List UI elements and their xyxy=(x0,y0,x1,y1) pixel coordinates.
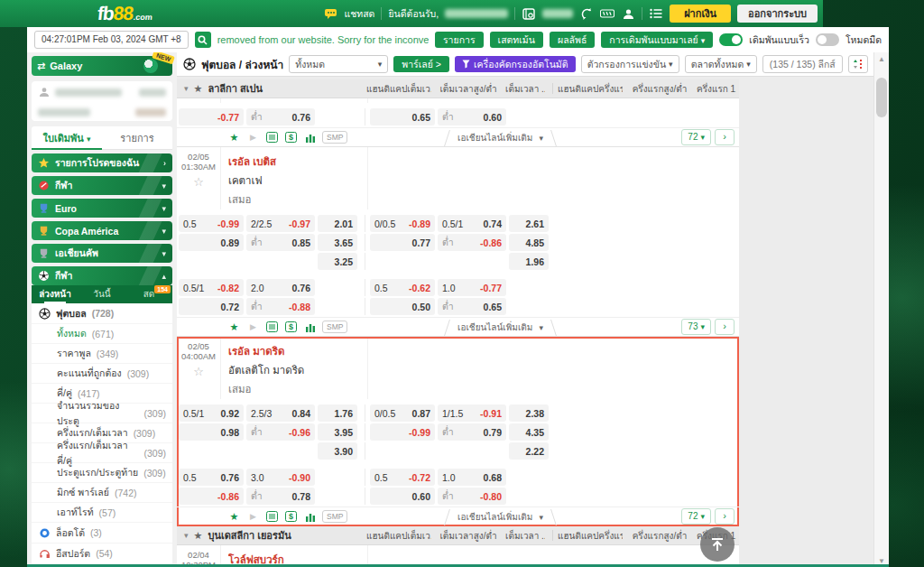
odds-cell[interactable]: 0/0.5-0.89 xyxy=(370,215,435,232)
asian-lines-more-button[interactable]: เอเชียนไลน์เพิ่มเติม xyxy=(443,318,558,336)
sidebar-item-sport[interactable]: อีสปอร์ต(54) xyxy=(32,544,172,564)
odds-cell[interactable]: ต่ำ0.76 xyxy=(246,108,315,125)
sidebar-item-sport[interactable]: ล็อตโต้(3) xyxy=(32,523,172,544)
bet-type-dropdown[interactable]: การเดิมพันแบบมาเลย์ xyxy=(601,32,713,48)
1x2-odds-cell[interactable]: 4.85 xyxy=(509,234,549,251)
odds-cell[interactable]: 0.5/1-0.82 xyxy=(179,279,244,296)
sidebar-item-market[interactable]: จำนวนรวมของประตู(309) xyxy=(32,404,172,423)
sidebar-menu-euro[interactable]: Euro▾ xyxy=(32,199,172,218)
odds-cell[interactable]: ต่ำ0.85 xyxy=(246,234,315,251)
league-star-icon[interactable]: ★ xyxy=(194,530,203,542)
1x2-odds-cell[interactable]: 3.65 xyxy=(318,234,357,251)
next-arrow-button[interactable]: › xyxy=(715,319,735,335)
1x2-odds-cell[interactable]: 1.76 xyxy=(318,404,357,422)
odds-cell[interactable]: 2.5/30.84 xyxy=(246,404,315,422)
sidebar-menu-item-5[interactable]: กีฬา▴ xyxy=(32,266,172,285)
1x2-odds-cell[interactable]: 3.95 xyxy=(318,423,357,441)
parlay-button[interactable]: พาร์เลย์ > xyxy=(393,56,449,72)
1x2-odds-cell[interactable]: 2.61 xyxy=(509,215,549,232)
odds-cell[interactable]: 0.65 xyxy=(370,108,435,125)
asian-lines-more-button[interactable]: เอเชียนไลน์เพิ่มเติม xyxy=(443,507,558,525)
favorite-star-icon[interactable]: ★ xyxy=(227,131,241,144)
sort-icon[interactable] xyxy=(848,55,868,73)
1x2-odds-cell[interactable]: 3.90 xyxy=(318,442,357,460)
account-icon[interactable] xyxy=(621,6,635,21)
deposit-button[interactable]: ฝากเงิน xyxy=(670,5,731,23)
odds-cell[interactable]: 2/2.5-0.97 xyxy=(246,215,315,232)
1x2-odds-cell[interactable]: 2.22 xyxy=(509,442,549,460)
odds-cell[interactable]: 0.50 xyxy=(370,298,435,315)
subtab-early[interactable]: ล่วงหน้า xyxy=(32,285,79,303)
auto-filter-button[interactable]: เครื่องคัดกรองอัตโนมัติ xyxy=(455,56,576,72)
betlist-icon[interactable] xyxy=(649,6,663,21)
cash-out-icon[interactable]: $ xyxy=(284,510,298,524)
odds-cell[interactable]: 0.60 xyxy=(370,488,435,505)
sidebar-item-market[interactable]: ราคาพูล(349) xyxy=(32,344,172,364)
logout-button[interactable]: ออกจากระบบ xyxy=(737,5,818,23)
sidebar-menu-item-1[interactable]: กีฬา▾ xyxy=(32,176,172,195)
sidebar-item-market[interactable]: ทั้งหมด(671) xyxy=(32,324,172,344)
stream-play-icon[interactable]: ▶ xyxy=(246,321,260,334)
odds-cell[interactable]: ต่ำ-0.86 xyxy=(438,234,506,251)
odds-cell[interactable]: ต่ำ0.65 xyxy=(438,298,506,315)
odds-cell[interactable]: -0.77 xyxy=(179,108,244,125)
odds-cell[interactable]: 0/0.50.87 xyxy=(370,404,435,422)
next-arrow-button[interactable]: › xyxy=(715,129,735,145)
scroll-to-top-button[interactable] xyxy=(700,527,735,562)
bet-builder-icon[interactable] xyxy=(265,321,279,334)
chevron-down-icon[interactable]: ▾ xyxy=(184,531,189,540)
lines-count-dropdown[interactable]: 73 xyxy=(681,319,711,335)
odds-cell[interactable]: 0.98 xyxy=(179,423,244,441)
odds-cell[interactable]: 1.0-0.77 xyxy=(438,279,506,296)
sidebar-item-market[interactable]: คะแนนที่ถูกต้อง(309) xyxy=(32,364,172,384)
league-filter-select[interactable]: ทั้งหมด xyxy=(289,55,388,73)
1x2-odds-cell[interactable]: 4.35 xyxy=(509,423,549,441)
odds-cell[interactable]: 2.00.76 xyxy=(246,279,315,296)
chevron-down-icon[interactable]: ▾ xyxy=(184,84,189,93)
passbook-icon[interactable] xyxy=(522,6,536,21)
odds-cell[interactable]: 0.72 xyxy=(179,298,244,315)
1x2-odds-cell[interactable]: 1.96 xyxy=(509,253,549,270)
galaxy-button[interactable]: ⇄ Galaxy NEW xyxy=(32,56,172,76)
cash-out-icon[interactable]: $ xyxy=(284,131,298,144)
odds-cell[interactable]: ต่ำ-0.80 xyxy=(438,488,506,505)
odds-cell[interactable]: 0.5-0.99 xyxy=(179,215,244,232)
odds-cell[interactable]: 0.5/10.92 xyxy=(179,404,244,422)
odds-cell[interactable]: 1.00.68 xyxy=(438,469,506,486)
1x2-odds-cell[interactable]: 2.38 xyxy=(509,404,549,422)
1x2-odds-cell[interactable]: 2.01 xyxy=(318,215,357,232)
odds-cell[interactable]: 0.5-0.62 xyxy=(370,279,435,296)
asian-lines-more-button[interactable]: เอเชียนไลน์เพิ่มเติม xyxy=(443,128,558,146)
lines-count-dropdown[interactable]: 72 xyxy=(681,508,711,525)
bet-builder-icon[interactable] xyxy=(265,510,279,524)
odds-cell[interactable]: ต่ำ0.79 xyxy=(438,423,506,441)
stream-play-icon[interactable]: ▶ xyxy=(246,131,260,144)
favorite-star-icon[interactable]: ☆ xyxy=(177,175,220,189)
tab-records[interactable]: รายการ xyxy=(102,126,172,150)
smp-badge[interactable]: SMP xyxy=(322,131,347,144)
stats-icon[interactable] xyxy=(303,131,317,144)
sidebar-item-market[interactable]: เอาท์ไรท์(57) xyxy=(32,503,172,523)
live-chat-label[interactable]: แชทสด xyxy=(344,6,374,22)
odds-cell[interactable]: 0.5/10.74 xyxy=(438,215,506,232)
odds-cell[interactable]: ต่ำ-0.88 xyxy=(246,298,315,315)
odds-cell[interactable]: 0.50.76 xyxy=(179,469,244,486)
odds-cell[interactable]: -0.86 xyxy=(179,488,244,505)
live-chat-icon[interactable] xyxy=(323,6,337,21)
fb88-logo[interactable]: fb88.com xyxy=(97,3,154,24)
odds-cell[interactable]: 3.0-0.90 xyxy=(246,469,315,486)
dark-mode-toggle[interactable] xyxy=(816,33,839,46)
favorite-star-icon[interactable]: ☆ xyxy=(177,365,220,378)
cash-out-icon[interactable]: $ xyxy=(284,321,298,334)
refresh-icon[interactable] xyxy=(579,6,594,21)
1x2-odds-cell[interactable]: 3.25 xyxy=(318,253,357,270)
stats-icon[interactable] xyxy=(303,510,317,524)
scroll-thumb[interactable] xyxy=(876,78,887,117)
league-star-icon[interactable]: ★ xyxy=(194,83,203,95)
odds-cell[interactable]: 0.89 xyxy=(179,234,244,251)
fast-bet-toggle[interactable] xyxy=(719,33,743,46)
results-button[interactable]: ผลลัพธ์ xyxy=(550,32,595,48)
lines-count-dropdown[interactable]: 72 xyxy=(681,129,711,145)
subtab-today[interactable]: วันนี้ xyxy=(79,285,125,303)
transactions-button[interactable]: รายการ xyxy=(435,32,484,48)
